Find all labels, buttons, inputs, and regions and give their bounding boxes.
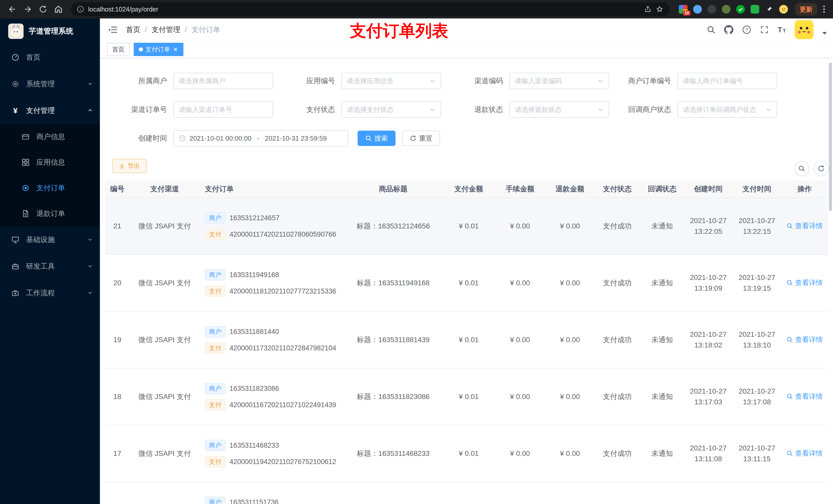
filter-pay-status: 支付状态 请选择支付状态 (273, 101, 441, 118)
reset-button[interactable]: 重置 (402, 130, 440, 146)
notify-status-select[interactable]: 请选择订单回调商户状态 (677, 101, 777, 118)
sidebar-item-dev-tools[interactable]: 研发工具 (0, 253, 100, 280)
tab-home[interactable]: 首页 (107, 43, 129, 56)
date-range-picker[interactable]: 2021-10-01 00:00:00 - 2021-10-31 23:59:5… (173, 130, 348, 146)
avatar-caret-icon[interactable] (822, 32, 827, 34)
sidebar-item-payment[interactable]: ¥ 支付管理 (0, 97, 100, 124)
extension-badge: 10 (683, 10, 691, 16)
sidebar-item-infra[interactable]: 基础设施 (0, 226, 100, 253)
forward-button[interactable] (21, 2, 35, 16)
channel-order-no-input[interactable] (173, 101, 273, 118)
gear-icon (11, 80, 20, 88)
browser-update-button[interactable]: 更新 (795, 3, 817, 16)
merchant-input[interactable] (173, 73, 273, 89)
chevron-down-icon (88, 80, 93, 88)
view-detail-link[interactable]: 查看详情 (786, 449, 823, 458)
refresh-table-button[interactable] (813, 161, 829, 176)
user-avatar[interactable] (794, 20, 813, 39)
home-button[interactable] (51, 2, 66, 16)
pay-time: 2021-10-2713:22:15 (733, 198, 781, 255)
app-title: 芋道管理系统 (29, 26, 73, 37)
avatar-smiley-icon[interactable] (779, 5, 788, 14)
channel-order-no: 4200001167202110271022491439 (230, 401, 336, 409)
vertical-scrollbar-thumb[interactable] (829, 63, 832, 211)
extension-grid-icon[interactable]: 10 (679, 5, 688, 14)
reload-button[interactable] (36, 2, 50, 16)
merchant-tag: 商户 (205, 497, 225, 504)
browser-menu-button[interactable] (820, 4, 828, 15)
pay-channel: 微信 JSAPI 支付 (129, 255, 200, 311)
sidebar-item-refund-order[interactable]: 退款订单 (0, 201, 100, 226)
extension-olive-icon[interactable] (722, 5, 731, 14)
address-bar[interactable]: localhost:1024/pay/order (71, 2, 670, 16)
merchant-order-no-field[interactable] (683, 77, 771, 85)
back-icon (8, 5, 17, 14)
font-size-icon[interactable]: TT (778, 26, 786, 33)
search-icon (786, 336, 793, 343)
search-icon (786, 280, 793, 286)
chevron-up-icon (88, 106, 93, 115)
view-detail-link[interactable]: 查看详情 (786, 278, 823, 287)
sidebar-item-merchant-info[interactable]: 商户信息 (0, 124, 100, 149)
share-icon[interactable] (644, 5, 652, 13)
document-icon (22, 210, 30, 217)
sidebar-item-home[interactable]: 首页 (0, 44, 100, 71)
merchant-input-field[interactable] (179, 77, 267, 85)
view-detail-link[interactable]: 查看详情 (786, 392, 823, 401)
annotation-title: 支付订单列表 (350, 23, 448, 39)
fee-amount: ¥ 0.00 (494, 255, 546, 311)
actions-cell: 查看详情 (781, 255, 828, 311)
github-icon[interactable] (724, 25, 733, 34)
sidebar-item-app-info[interactable]: 应用信息 (0, 149, 100, 175)
col-pay-status: 支付状态 (594, 180, 640, 198)
breadcrumb-home[interactable]: 首页 (126, 25, 140, 34)
col-id: 编号 (105, 180, 129, 198)
back-button[interactable] (5, 2, 20, 16)
channel-code-select[interactable]: 请输入渠道编码 (509, 73, 609, 89)
app-no-select[interactable]: 请选择应用信息 (341, 73, 441, 89)
extension-dark-icon[interactable] (708, 5, 716, 14)
filter-refund-status: 退款状态 请选择退款状态 (441, 101, 609, 118)
breadcrumb-pay-order: 支付订单 (192, 25, 220, 34)
pin-extension-icon[interactable] (765, 5, 774, 14)
collapse-sidebar-button[interactable] (108, 25, 118, 34)
view-detail-link[interactable]: 查看详情 (786, 335, 823, 344)
pay-amount: ¥ 0.01 (443, 425, 494, 482)
channel-order-no-field[interactable] (179, 106, 267, 114)
fee-amount: ¥ 0.00 (494, 368, 546, 425)
logo[interactable]: 芋道管理系统 (0, 19, 100, 44)
breadcrumb-pay-manage[interactable]: 支付管理 (152, 25, 180, 34)
help-icon[interactable]: ? (742, 25, 751, 34)
bookmark-star-icon[interactable] (656, 5, 663, 13)
sidebar-item-workflow[interactable]: 工作流程 (0, 280, 100, 306)
close-icon[interactable] (173, 47, 178, 52)
toggle-search-button[interactable] (794, 161, 809, 176)
table-row: 19 微信 JSAPI 支付 商户1635311881440 支付4200001… (105, 311, 828, 368)
home-icon (54, 5, 63, 14)
merchant-order-no: 1635311468233 (230, 441, 279, 450)
fee-amount: ¥ 0.00 (494, 311, 546, 368)
col-fee: 手续金额 (494, 180, 546, 198)
breadcrumb: 首页 / 支付管理 / 支付订单 (126, 25, 220, 34)
goods-title: 标题：1635311468233 (343, 425, 443, 482)
extension-drop-icon[interactable] (693, 5, 702, 14)
order-table: 编号 支付渠道 支付订单 商品标题 支付金额 手续金额 退款金额 支付状态 回调… (105, 180, 828, 504)
record-icon (22, 184, 30, 192)
fullscreen-icon[interactable] (760, 25, 769, 34)
tab-pay-order[interactable]: 支付订单 (134, 43, 184, 56)
refund-status-select[interactable]: 请选择退款状态 (509, 101, 609, 118)
merchant-order-no-input[interactable] (677, 73, 777, 89)
view-detail-link[interactable]: 查看详情 (786, 221, 823, 231)
search-button[interactable]: 搜索 (358, 130, 396, 146)
extension-check-icon[interactable] (736, 5, 745, 14)
extension-chat-icon[interactable] (751, 5, 759, 14)
sidebar-item-system[interactable]: 系统管理 (0, 71, 100, 97)
pay-channel: 微信 JSAPI 支付 (129, 198, 200, 255)
pay-time: 2021-10-2713:17:08 (733, 368, 781, 425)
pay-status-select[interactable]: 请选择支付状态 (341, 101, 441, 118)
export-button[interactable]: 导出 (112, 159, 146, 173)
search-icon[interactable] (707, 25, 715, 34)
sidebar-item-pay-order[interactable]: 支付订单 (0, 175, 100, 201)
refund-amount: ¥ 0.00 (546, 198, 594, 255)
actions-cell: 查看详情 (781, 311, 828, 368)
